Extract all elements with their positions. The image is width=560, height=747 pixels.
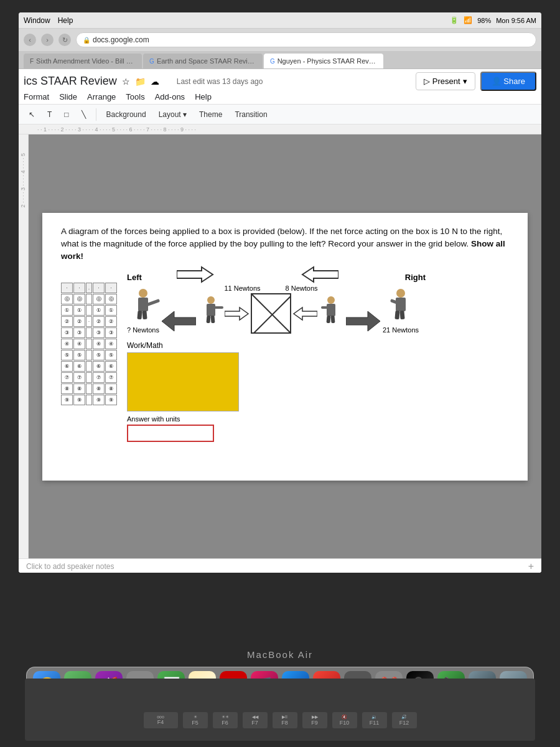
menubar-right: 🔋 📶 98% Mon 9:56 AM	[450, 16, 536, 24]
browser-tabs: F Sixth Amendment Video - Bill of Rights…	[19, 51, 541, 68]
svg-marker-2	[162, 311, 196, 331]
slide-question: A diagram of the forces being applied to…	[61, 225, 509, 263]
answer-number-grid: · ⓪ ① ② ③ ④ ⑤ ⑥	[61, 283, 117, 406]
21-newtons-label: 21 Newtons	[383, 326, 419, 334]
toolbar-slide-tools: Background Layout ▾ Theme Transition	[101, 109, 273, 120]
svg-marker-1	[302, 267, 338, 282]
fn-keys: ooo F4 ☀ F5 ☀☀ F6 ◀◀ F7 ▶II F8 ▶▶ F9	[62, 712, 498, 728]
svg-line-4	[252, 294, 291, 334]
f9-key[interactable]: ▶▶ F9	[302, 712, 327, 728]
f6-key[interactable]: ☀☀ F6	[213, 712, 238, 728]
force-diagram-section: Left Right	[127, 273, 509, 442]
speaker-notes[interactable]: Click to add speaker notes +	[19, 558, 541, 573]
transition-btn[interactable]: Transition	[230, 109, 272, 120]
right-person-group: 21 Newtons	[383, 289, 419, 334]
slide-container[interactable]: A diagram of the forces being applied to…	[29, 134, 541, 558]
8newtons-label-top	[301, 266, 338, 286]
background-btn[interactable]: Background	[101, 109, 151, 120]
url-text: docs.google.com	[93, 35, 149, 44]
f12-key[interactable]: 🔊 F12	[392, 712, 417, 728]
small-left-arrow	[292, 305, 317, 322]
f8-key[interactable]: ▶II F8	[273, 712, 297, 728]
large-right-arrow	[346, 309, 380, 334]
work-answer-section: Work/Math Answer with units	[127, 341, 509, 442]
help-menu[interactable]: Help	[58, 16, 73, 25]
f5-key[interactable]: ☀ F5	[183, 712, 208, 728]
menubar-left: Window Help	[24, 16, 73, 25]
battery-icon: 🔋	[450, 16, 459, 24]
theme-btn[interactable]: Theme	[194, 109, 227, 120]
lock-icon: 🔒	[83, 37, 90, 44]
slides-app: ics STAAR Review ☆ 📁 ☁ Last edit was 13 …	[19, 69, 541, 573]
macbook-label: MacBook Air	[0, 649, 560, 660]
menu-slide[interactable]: Slide	[59, 92, 77, 101]
slides-title-row: ics STAAR Review ☆ 📁 ☁ Last edit was 13 …	[24, 72, 536, 91]
f11-key[interactable]: 🔉 F11	[362, 712, 387, 728]
browser-chrome: ‹ › ↻ 🔒 docs.google.com F Sixth Amendmen…	[19, 29, 541, 69]
11-newtons-label: 11 Newtons	[224, 284, 260, 292]
dropdown-icon: ▾	[463, 77, 467, 86]
slide: A diagram of the forces being applied to…	[42, 213, 528, 481]
right-label: Right	[405, 273, 426, 282]
present-icon: ▷	[424, 77, 430, 86]
macbook-frame: Window Help 🔋 📶 98% Mon 9:56 AM ‹ › ↻ 🔒 …	[0, 0, 560, 747]
tab-1[interactable]: F Sixth Amendment Video - Bill of Rights…	[24, 54, 142, 68]
work-math-box[interactable]	[127, 352, 239, 411]
answer-input-box[interactable]	[127, 425, 214, 442]
address-bar[interactable]: 🔒 docs.google.com	[76, 32, 536, 47]
back-button[interactable]: ‹	[24, 34, 36, 46]
share-person-icon: 👤	[492, 77, 502, 86]
right-outline-arrow	[177, 266, 214, 286]
forward-button[interactable]: ›	[41, 34, 54, 46]
browser-toolbar: ‹ › ↻ 🔒 docs.google.com	[19, 29, 541, 51]
tab-2[interactable]: G Earth and Space STAAR Review - Google …	[143, 54, 263, 68]
f7-key[interactable]: ◀◀ F7	[243, 712, 268, 728]
slides-toolbar: ↖ T □ ╲ Background Layout ▾ Theme Transi…	[19, 105, 541, 125]
window-menu[interactable]: Window	[24, 16, 50, 25]
side-ruler: 2 · · · · 3 · · · · 4 · · · · 5	[19, 134, 29, 558]
menu-tools[interactable]: Tools	[126, 92, 144, 101]
answer-with-units-label: Answer with units	[127, 415, 239, 423]
layout-btn[interactable]: Layout ▾	[154, 109, 192, 120]
slides-main: 2 · · · · 3 · · · · 4 · · · · 5 A diagra…	[19, 134, 541, 558]
menubar: Window Help 🔋 📶 98% Mon 9:56 AM	[19, 12, 541, 29]
last-edit: Last edit was 13 days ago	[177, 77, 263, 86]
sep-1	[96, 108, 96, 121]
center-labels: 11 Newtons 8 Newtons	[198, 284, 343, 334]
menu-format[interactable]: Format	[24, 92, 49, 101]
left-label: Left	[127, 273, 142, 282]
cursor-tool[interactable]: ↖	[24, 109, 40, 120]
menu-addons[interactable]: Add-ons	[155, 92, 185, 101]
top-ruler: · · 1 · · · · 2 · · · · 3 · · · · 4 · · …	[19, 125, 541, 134]
text-tool[interactable]: T	[42, 109, 57, 120]
cloud-icon[interactable]: ☁	[151, 77, 159, 87]
box-diagram	[251, 293, 291, 334]
svg-marker-6	[294, 308, 317, 320]
present-button[interactable]: ▷ Present ▾	[416, 72, 475, 90]
tab-3[interactable]: G Nguyen - Physics STAAR Review - G...	[264, 54, 383, 68]
share-button[interactable]: 👤 Share	[480, 72, 536, 91]
toolbar-cursor-tools: ↖ T □ ╲	[24, 109, 91, 120]
slides-title: ics STAAR Review	[24, 75, 117, 88]
slides-menu-row: Format Slide Arrange Tools Add-ons Help	[24, 92, 536, 101]
work-math-label: Work/Math	[127, 341, 239, 350]
screen: Window Help 🔋 📶 98% Mon 9:56 AM ‹ › ↻ 🔒 …	[19, 12, 541, 573]
f10-key[interactable]: 🔇 F10	[332, 712, 357, 728]
shape-tool[interactable]: □	[59, 109, 73, 120]
left-person-group: ? Newtons	[127, 289, 159, 334]
f4-key[interactable]: ooo F4	[144, 712, 178, 728]
drive-icon[interactable]: 📁	[135, 77, 146, 87]
line-tool[interactable]: ╲	[77, 109, 91, 120]
slides-actions: ▷ Present ▾ 👤 Share	[416, 72, 536, 91]
large-left-arrow	[162, 309, 196, 334]
work-math-area: Work/Math Answer with units	[127, 341, 239, 442]
question-newtons-label: ? Newtons	[127, 326, 159, 334]
svg-marker-3	[225, 308, 248, 320]
reload-button[interactable]: ↻	[58, 34, 71, 46]
menu-help[interactable]: Help	[195, 92, 212, 101]
slides-header: ics STAAR Review ☆ 📁 ☁ Last edit was 13 …	[19, 69, 541, 105]
wifi-icon: 📶	[464, 16, 472, 24]
small-right-arrow	[225, 305, 250, 322]
star-icon[interactable]: ☆	[122, 77, 130, 87]
menu-arrange[interactable]: Arrange	[87, 92, 116, 101]
